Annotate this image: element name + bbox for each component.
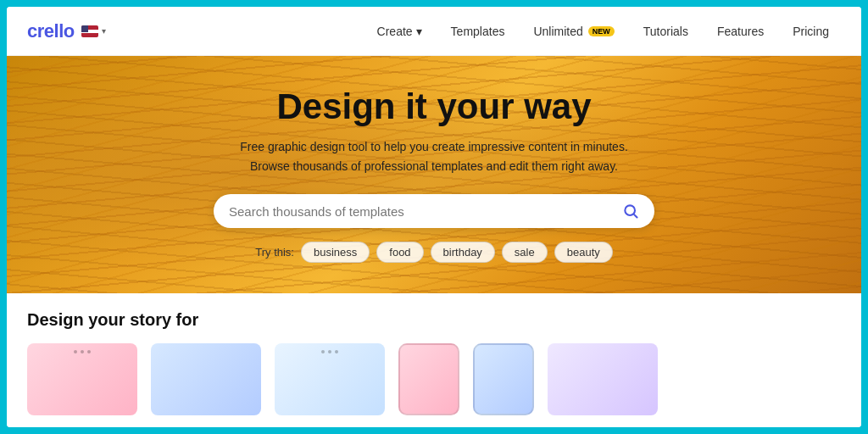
template-cards-row bbox=[27, 343, 841, 415]
nav-pricing[interactable]: Pricing bbox=[781, 18, 841, 45]
dot bbox=[335, 350, 338, 353]
tag-business[interactable]: business bbox=[301, 242, 370, 263]
dot bbox=[328, 350, 331, 353]
nav-links: Create ▾ Templates Unlimited NEW Tutoria… bbox=[365, 18, 841, 45]
svg-line-1 bbox=[634, 214, 637, 218]
card-dots-3 bbox=[321, 350, 338, 353]
tag-beauty[interactable]: beauty bbox=[554, 242, 613, 263]
search-bar[interactable] bbox=[214, 194, 654, 228]
language-selector[interactable]: ▾ bbox=[81, 25, 106, 37]
nav-unlimited[interactable]: Unlimited NEW bbox=[521, 18, 626, 45]
tag-birthday[interactable]: birthday bbox=[431, 242, 495, 263]
template-card-2[interactable] bbox=[151, 343, 261, 415]
template-card-3[interactable] bbox=[275, 343, 385, 415]
search-icon bbox=[622, 203, 639, 220]
template-card-4[interactable] bbox=[548, 343, 658, 415]
try-this-label: Try this: bbox=[255, 246, 294, 259]
section-title: Design your story for bbox=[27, 310, 841, 330]
nav-tutorials[interactable]: Tutorials bbox=[632, 18, 700, 45]
nav-templates[interactable]: Templates bbox=[439, 18, 517, 45]
search-input[interactable] bbox=[229, 204, 622, 219]
hero-section: Design it your way Free graphic design t… bbox=[7, 56, 861, 293]
hero-title: Design it your way bbox=[276, 86, 591, 127]
search-button[interactable] bbox=[622, 203, 639, 220]
navbar: crello ▾ Create ▾ Templates Unlimited NE… bbox=[7, 7, 861, 56]
card-dots-1 bbox=[74, 350, 91, 353]
try-this-row: Try this: business food birthday sale be… bbox=[255, 242, 613, 263]
brand-logo[interactable]: crello bbox=[27, 20, 75, 42]
dot bbox=[81, 350, 84, 353]
nav-features[interactable]: Features bbox=[705, 18, 776, 45]
page-wrapper: crello ▾ Create ▾ Templates Unlimited NE… bbox=[7, 7, 861, 427]
chevron-down-icon: ▾ bbox=[102, 26, 106, 36]
dot bbox=[87, 350, 91, 353]
hero-subtitle: Free graphic design tool to help you cre… bbox=[231, 137, 637, 175]
template-card-phone-1[interactable] bbox=[398, 343, 459, 415]
tag-sale[interactable]: sale bbox=[502, 242, 548, 263]
unlimited-badge: NEW bbox=[588, 26, 615, 36]
dot bbox=[321, 350, 325, 353]
dot bbox=[74, 350, 77, 353]
create-chevron-icon: ▾ bbox=[416, 25, 422, 38]
template-card-1[interactable] bbox=[27, 343, 137, 415]
logo-area: crello ▾ bbox=[27, 20, 106, 42]
tag-food[interactable]: food bbox=[376, 242, 423, 263]
hero-content: Design it your way Free graphic design t… bbox=[7, 56, 861, 293]
nav-create[interactable]: Create ▾ bbox=[365, 18, 434, 45]
template-card-phone-2[interactable] bbox=[473, 343, 534, 415]
flag-icon bbox=[81, 25, 98, 37]
bottom-section: Design your story for bbox=[7, 293, 861, 427]
